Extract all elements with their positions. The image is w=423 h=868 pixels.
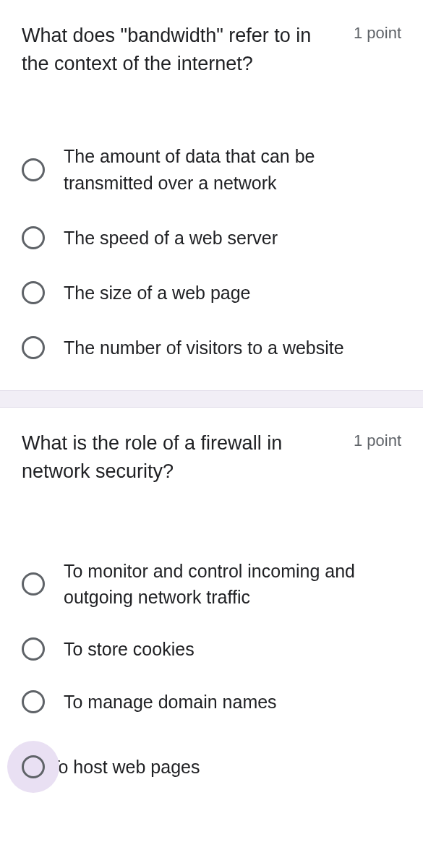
radio-icon [22, 281, 45, 304]
option-1-1[interactable]: The amount of data that can be transmitt… [22, 143, 401, 196]
option-label: The amount of data that can be transmitt… [64, 143, 401, 196]
option-label: The speed of a web server [64, 225, 278, 251]
option-1-2[interactable]: The speed of a web server [22, 225, 401, 251]
option-label: The number of visitors to a website [64, 335, 344, 361]
option-2-1[interactable]: To monitor and control incoming and outg… [22, 558, 401, 611]
option-label: To store cookies [64, 636, 195, 662]
radio-icon [22, 336, 45, 359]
question-points: 1 point [354, 429, 401, 450]
radio-icon [22, 755, 45, 778]
option-2-4[interactable]: To host web pages [22, 741, 401, 793]
card-divider [0, 390, 423, 408]
option-1-4[interactable]: The number of visitors to a website [22, 335, 401, 361]
radio-icon [22, 158, 45, 181]
options-group-1: The amount of data that can be transmitt… [22, 143, 401, 361]
option-2-3[interactable]: To manage domain names [22, 689, 401, 715]
question-points: 1 point [354, 22, 401, 43]
option-2-2[interactable]: To store cookies [22, 636, 401, 662]
option-1-3[interactable]: The size of a web page [22, 280, 401, 306]
question-text: What is the role of a firewall in networ… [22, 429, 339, 486]
option-label: To manage domain names [64, 689, 277, 715]
radio-icon [22, 226, 45, 249]
radio-ripple [7, 741, 59, 793]
question-card-1: What does "bandwidth" refer to in the co… [0, 0, 423, 390]
radio-icon [22, 637, 45, 661]
options-group-2: To monitor and control incoming and outg… [22, 558, 401, 793]
question-text: What does "bandwidth" refer to in the co… [22, 22, 339, 78]
option-label: To monitor and control incoming and outg… [64, 558, 401, 611]
radio-icon [22, 690, 45, 713]
option-label: The size of a web page [64, 280, 251, 306]
question-card-2: What is the role of a firewall in networ… [0, 408, 423, 800]
option-label: To host web pages [49, 754, 200, 780]
radio-icon [22, 572, 45, 596]
question-header: What is the role of a firewall in networ… [22, 429, 401, 486]
question-header: What does "bandwidth" refer to in the co… [22, 22, 401, 78]
